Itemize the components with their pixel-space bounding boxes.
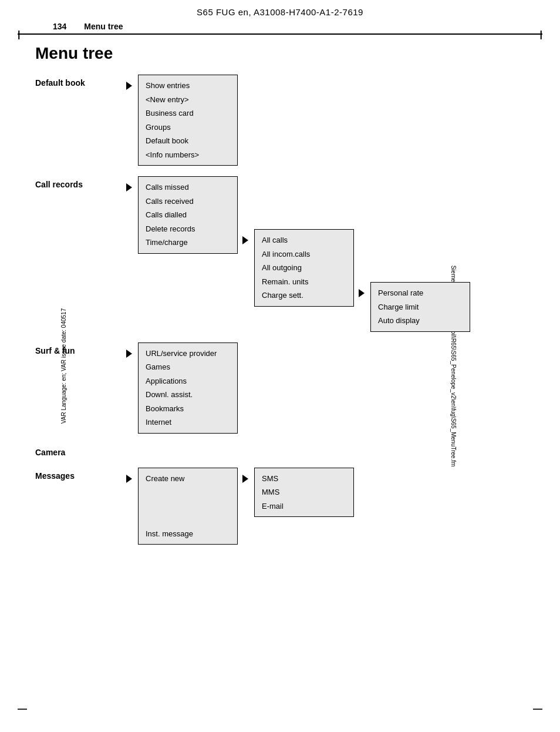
triangle-arrow-messages	[126, 475, 132, 483]
list-item: Calls missed	[146, 180, 230, 194]
page-top-title: S65 FUG en, A31008-H7400-A1-2-7619	[0, 0, 560, 19]
section-camera: Camera	[35, 444, 525, 457]
menu-box-charge-sett: Personal rate Charge limit Auto display	[370, 282, 470, 332]
header-section-title: Menu tree	[84, 22, 123, 31]
menu-box-messages: Create new Inst. message	[138, 468, 238, 545]
time-charge-nested: All calls All incom.calls All outgoing R…	[254, 229, 470, 332]
menu-box-call-records: Calls missed Calls received Calls dialle…	[138, 176, 238, 254]
section-label-messages: Messages	[35, 468, 126, 481]
list-item: Groups	[146, 120, 230, 135]
section-label-default-book: Default book	[35, 75, 126, 88]
list-item: Business card	[146, 106, 230, 120]
list-item: Charge limit	[378, 300, 463, 314]
arrow-default-book	[126, 75, 138, 90]
list-item: Auto display	[378, 314, 463, 328]
messages-nested: Create new Inst. message SMS MMS E-mail	[138, 468, 354, 545]
sublevel-create-new: SMS MMS E-mail	[242, 468, 354, 518]
list-item: Games	[146, 360, 230, 374]
section-messages: Messages Create new Inst. message SMS MM…	[35, 468, 525, 545]
arrow-messages	[126, 468, 138, 483]
corner-mark-tr: |	[540, 29, 542, 40]
list-item: Show entries	[146, 79, 230, 93]
corner-mark-tl: |	[18, 29, 20, 40]
list-item-spacer	[146, 485, 230, 499]
triangle-arrow-call-records	[126, 183, 132, 192]
list-item: <New entry>	[146, 93, 230, 107]
triangle-arrow-time-charge	[242, 236, 248, 244]
sublevel-time-charge: All calls All incom.calls All outgoing R…	[242, 229, 470, 332]
list-item: E-mail	[262, 499, 346, 513]
list-item-spacer	[146, 513, 230, 527]
list-item-charge-sett: Charge sett.	[262, 288, 346, 303]
menu-box-create-new: SMS MMS E-mail	[254, 468, 354, 518]
list-item: URL/service provider	[146, 347, 230, 361]
section-surf-fun: Surf & fun URL/service provider Games Ap…	[35, 343, 525, 434]
section-label-camera: Camera	[35, 444, 126, 457]
list-item: Calls received	[146, 194, 230, 209]
arrow-surf-fun	[126, 343, 138, 358]
list-item-inst-message: Inst. message	[146, 527, 230, 541]
list-item: All outgoing	[262, 261, 346, 275]
arrow-time-charge	[242, 229, 254, 244]
list-item-spacer	[146, 499, 230, 513]
menu-box-default-book: Show entries <New entry> Business card G…	[138, 75, 238, 166]
corner-mark-bl: —	[18, 704, 27, 714]
list-item: <Info numbers>	[146, 148, 230, 162]
section-label-surf-fun: Surf & fun	[35, 343, 126, 355]
section-label-call-records: Call records	[35, 176, 126, 189]
list-item: Delete records	[146, 222, 230, 236]
header-bar: 134 Menu tree	[18, 19, 542, 35]
triangle-arrow-default-book	[126, 82, 132, 90]
list-item: Internet	[146, 415, 230, 429]
list-item: Downl. assist.	[146, 388, 230, 402]
call-records-nested: Calls missed Calls received Calls dialle…	[138, 176, 470, 332]
section-default-book: Default book Show entries <New entry> Bu…	[35, 75, 525, 166]
list-item: Remain. units	[262, 275, 346, 289]
list-item: All incom.calls	[262, 247, 346, 261]
section-call-records: Call records Calls missed Calls received…	[35, 176, 525, 332]
list-item-time-charge: Time/charge	[146, 236, 230, 250]
triangle-arrow-charge-sett	[359, 289, 365, 297]
corner-mark-br: —	[533, 704, 542, 714]
list-item: MMS	[262, 485, 346, 499]
menu-box-time-charge: All calls All incom.calls All outgoing R…	[254, 229, 354, 307]
header-page-number: 134	[53, 22, 66, 31]
arrow-create-new	[242, 468, 254, 483]
arrow-call-records	[126, 176, 138, 192]
triangle-arrow-create-new	[242, 475, 248, 483]
triangle-arrow-surf-fun	[126, 350, 132, 358]
content-area: Default book Show entries <New entry> Bu…	[0, 75, 560, 545]
list-item: All calls	[262, 233, 346, 247]
arrow-charge-sett	[359, 282, 370, 297]
list-item: Applications	[146, 374, 230, 388]
list-item: Bookmarks	[146, 402, 230, 416]
main-heading: Menu tree	[0, 35, 560, 75]
sublevel-charge-sett: Personal rate Charge limit Auto display	[359, 282, 470, 332]
list-item: Default book	[146, 134, 230, 148]
list-item: Personal rate	[378, 286, 463, 300]
list-item-create-new: Create new	[146, 472, 230, 486]
list-item: Calls dialled	[146, 208, 230, 222]
menu-box-surf-fun: URL/service provider Games Applications …	[138, 343, 238, 434]
list-item: SMS	[262, 472, 346, 486]
